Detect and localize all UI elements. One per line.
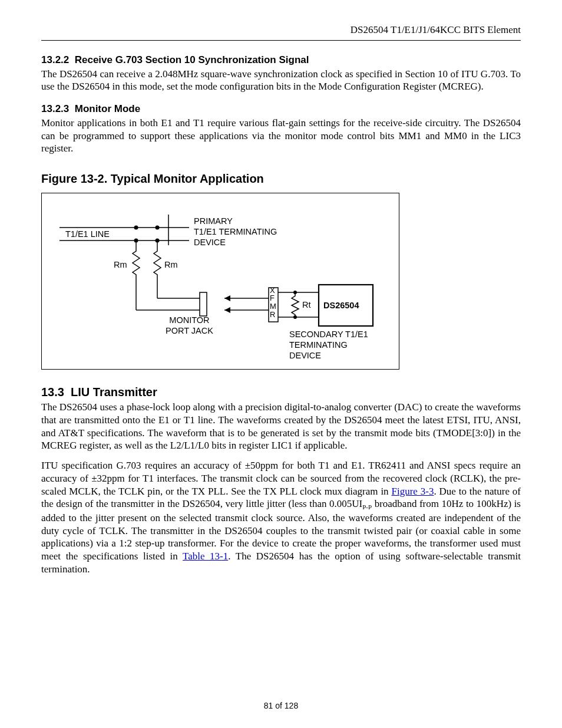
secnum: 13.2.3 (41, 103, 69, 114)
label-rt: Rt (302, 299, 311, 310)
section-13-3-heading: 13.3 LIU Transmitter (41, 385, 521, 400)
label-xfmr: X F M R (270, 286, 276, 319)
svg-point-3 (134, 225, 138, 229)
label-monitor-jack: MONITOR PORT JACK (166, 315, 213, 336)
label-primary-device: PRIMARY T1/E1 TERMINATING DEVICE (194, 216, 277, 248)
figure-13-2-title: Figure 13-2. Typical Monitor Application (41, 172, 521, 187)
svg-rect-11 (200, 292, 207, 316)
svg-marker-15 (224, 307, 230, 313)
section-13-2-2-body: The DS26504 can receive a 2.048MHz squar… (41, 68, 521, 94)
label-rm-left: Rm (114, 259, 127, 270)
label-t1e1-line: T1/E1 LINE (65, 229, 110, 239)
svg-marker-13 (224, 295, 230, 301)
secnum: 13.2.2 (41, 54, 69, 65)
sectitle: LIU Transmitter (71, 386, 157, 398)
section-13-3-p1: The DS26504 uses a phase-lock loop along… (41, 401, 521, 452)
svg-point-4 (156, 225, 160, 229)
secnum: 13.3 (41, 386, 64, 398)
figure-13-2-diagram: T1/E1 LINE PRIMARY T1/E1 TERMINATING DEV… (41, 193, 399, 370)
page: DS26504 T1/E1/J1/64KCC BITS Element 13.2… (0, 0, 562, 728)
sectitle: Monitor Mode (75, 103, 140, 114)
link-figure-3-3[interactable]: Figure 3-3 (392, 486, 434, 497)
p2-subscript: P-P (362, 504, 372, 511)
header-rule (41, 40, 521, 41)
label-rm-right: Rm (164, 259, 178, 270)
page-number: 81 of 128 (0, 701, 562, 711)
section-13-2-3-heading: 13.2.3 Monitor Mode (41, 103, 521, 116)
label-ds26504: DS26504 (323, 300, 359, 311)
link-table-13-1[interactable]: Table 13-1 (183, 551, 228, 562)
section-13-3-p2: ITU specification G.703 requires an accu… (41, 459, 521, 575)
label-secondary-device: SECONDARY T1/E1 TERMINATING DEVICE (289, 329, 368, 361)
sectitle: Receive G.703 Section 10 Synchronization… (75, 54, 309, 65)
section-13-2-2-heading: 13.2.2 Receive G.703 Section 10 Synchron… (41, 54, 521, 67)
header-running: DS26504 T1/E1/J1/64KCC BITS Element (41, 24, 521, 40)
section-13-2-3-body: Monitor applications in both E1 and T1 r… (41, 117, 521, 155)
